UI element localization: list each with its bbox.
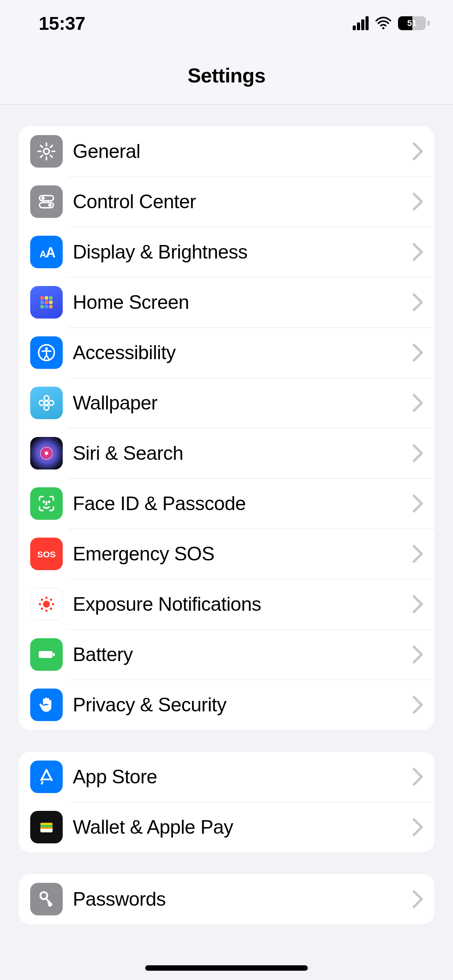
svg-rect-44 [40,827,53,829]
row-display-brightness[interactable]: AA Display & Brightness [19,227,434,277]
siri-icon [30,437,63,469]
app-grid-icon [30,286,63,319]
chevron-right-icon [412,142,424,161]
sos-icon: SOS [30,538,63,570]
svg-point-0 [382,27,384,29]
home-indicator[interactable] [145,965,308,971]
svg-text:SOS: SOS [37,550,56,559]
chevron-right-icon [412,242,424,262]
row-label: Home Screen [73,291,412,314]
appstore-icon [30,761,63,793]
row-label: Wallpaper [73,392,412,414]
row-wallet[interactable]: Wallet & Apple Pay [19,802,434,852]
row-label: Exposure Notifications [73,593,412,615]
page-title: Settings [187,64,265,87]
chevron-right-icon [412,343,424,362]
row-privacy-security[interactable]: Privacy & Security [19,680,434,730]
svg-rect-13 [49,301,53,304]
svg-point-3 [41,197,45,200]
row-accessibility[interactable]: Accessibility [19,327,434,378]
svg-rect-16 [49,305,53,308]
chevron-right-icon [412,444,424,463]
row-battery[interactable]: Battery [19,629,434,680]
row-general[interactable]: General [19,126,434,176]
chevron-right-icon [412,889,424,909]
row-label: Accessibility [73,341,412,364]
chevron-right-icon [412,645,424,664]
row-label: App Store [73,766,412,788]
row-label: Battery [73,643,412,666]
wallet-icon [30,811,63,843]
faceid-icon [30,487,63,520]
row-label: Face ID & Passcode [73,492,412,515]
chevron-right-icon [412,293,424,312]
svg-point-35 [41,598,43,601]
toggles-icon [30,185,63,218]
svg-rect-39 [39,651,53,658]
row-wallpaper[interactable]: Wallpaper [19,378,434,428]
row-label: Display & Brightness [73,241,412,263]
svg-point-23 [49,401,54,406]
chevron-right-icon [412,767,424,786]
chevron-right-icon [412,494,424,513]
row-label: Wallet & Apple Pay [73,816,412,838]
svg-rect-10 [49,296,53,300]
row-exposure-notifications[interactable]: Exposure Notifications [19,579,434,629]
svg-point-21 [44,405,49,410]
row-home-screen[interactable]: Home Screen [19,277,434,327]
svg-point-22 [39,401,44,406]
svg-point-28 [48,501,50,502]
row-emergency-sos[interactable]: SOS Emergency SOS [19,529,434,579]
nav-bar: Settings [0,46,453,105]
svg-point-34 [52,603,54,605]
chevron-right-icon [412,192,424,211]
row-face-id[interactable]: Face ID & Passcode [19,478,434,529]
svg-rect-15 [45,305,48,308]
chevron-right-icon [412,695,424,714]
row-label: Siri & Search [73,442,412,464]
svg-point-1 [44,149,49,154]
row-app-store[interactable]: App Store [19,752,434,802]
row-passwords[interactable]: Passwords [19,874,434,924]
row-label: General [73,140,412,163]
svg-rect-14 [40,305,44,308]
settings-group-passwords: Passwords [19,874,434,924]
svg-point-5 [48,204,52,207]
svg-rect-40 [53,653,55,656]
hand-icon [30,689,63,721]
svg-point-38 [50,608,52,610]
row-control-center[interactable]: Control Center [19,176,434,227]
svg-point-30 [43,601,50,608]
chevron-right-icon [412,595,424,614]
row-label: Emergency SOS [73,543,412,565]
battery-percent: 51 [398,16,426,30]
wifi-icon [375,15,392,32]
svg-point-33 [39,603,41,605]
svg-rect-12 [45,301,48,304]
text-size-icon: AA [30,236,63,268]
settings-group-main: General Control Center AA Display & Brig… [19,126,434,730]
status-indicators: 51 [353,15,430,32]
svg-point-20 [44,396,49,401]
settings-group-store: App Store Wallet & Apple Pay [19,752,434,852]
svg-point-32 [45,610,48,612]
chevron-right-icon [412,817,424,837]
chevron-right-icon [412,393,424,413]
settings-list[interactable]: General Control Center AA Display & Brig… [0,126,453,924]
row-siri-search[interactable]: Siri & Search [19,428,434,478]
row-label: Control Center [73,190,412,213]
gear-icon [30,135,63,168]
row-label: Passwords [73,888,412,910]
svg-text:A: A [46,245,56,260]
exposure-icon [30,588,63,620]
status-time: 15:37 [39,13,85,34]
svg-point-46 [43,894,45,897]
chevron-right-icon [412,544,424,564]
svg-rect-9 [45,296,48,300]
flower-icon [30,387,63,419]
cellular-icon [353,16,369,30]
svg-rect-11 [40,301,44,304]
svg-point-26 [45,452,48,455]
svg-point-18 [45,347,48,350]
svg-rect-8 [40,296,44,300]
